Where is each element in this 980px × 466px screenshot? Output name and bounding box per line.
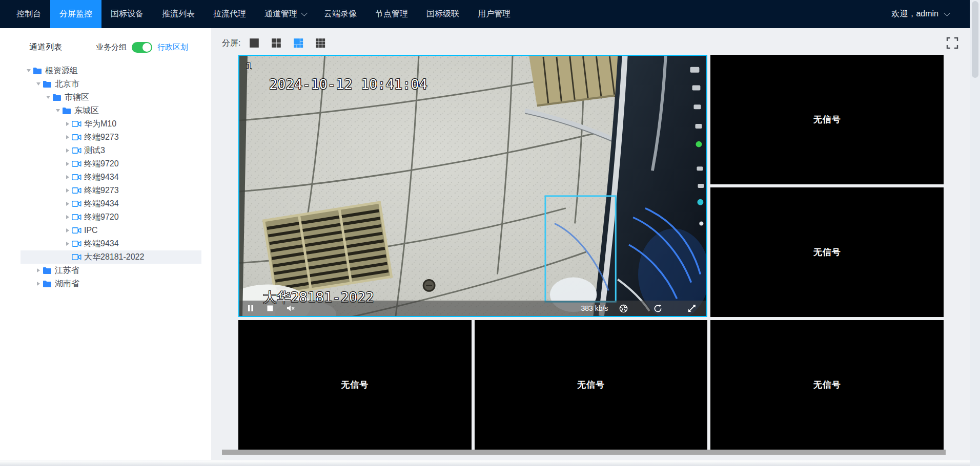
camera-icon — [72, 147, 83, 154]
nav-item-9[interactable]: 用户管理 — [468, 0, 520, 28]
toggle-knob — [142, 43, 151, 52]
split-4-button[interactable] — [271, 37, 282, 49]
nav-item-5[interactable]: 通道管理 — [255, 0, 315, 28]
page-vertical-scrollbar[interactable] — [970, 0, 980, 466]
tree-node-label: 终端9273 — [84, 185, 119, 196]
video-wall: 1 2024-10-12 10:41:04 大华28181-2022 383 k… — [238, 55, 944, 450]
caret-down-icon[interactable] — [25, 69, 33, 72]
caret-down-icon[interactable] — [34, 82, 43, 86]
caret-right-icon[interactable] — [64, 175, 72, 179]
folder-icon — [52, 94, 64, 101]
nav-item-label: 控制台 — [16, 9, 41, 19]
camera-icon — [72, 120, 83, 128]
user-greeting: 欢迎，admin — [891, 9, 938, 19]
tree-node-folder-16[interactable]: 湖南省 — [21, 277, 201, 290]
group-mode-toggle[interactable] — [132, 42, 152, 53]
tree-node-folder-1[interactable]: 北京市 — [21, 77, 201, 91]
tree-node-label: 市辖区 — [65, 92, 89, 103]
tree-node-channel-13[interactable]: 终端9434 — [21, 237, 201, 250]
wall-fullscreen-button[interactable] — [946, 36, 960, 51]
video-cell-4[interactable]: 无信号 — [238, 320, 472, 450]
caret-right-icon[interactable] — [64, 202, 72, 206]
tree-node-folder-2[interactable]: 市辖区 — [21, 91, 201, 104]
nav-item-4[interactable]: 拉流代理 — [204, 0, 255, 28]
tree-node-folder-0[interactable]: 根资源组 — [21, 64, 201, 77]
camera-icon — [72, 227, 83, 234]
video-cell-5[interactable]: 无信号 — [475, 320, 708, 450]
tree-node-label: 华为M10 — [84, 119, 116, 130]
channel-sidebar: 通道列表 业务分组 行政区划 根资源组北京市市辖区东城区华为M10终端9273测… — [0, 28, 211, 460]
tree-node-folder-3[interactable]: 东城区 — [21, 104, 201, 117]
nav-item-2[interactable]: 国标设备 — [101, 0, 153, 28]
caret-right-icon[interactable] — [64, 135, 72, 139]
caret-down-icon[interactable] — [54, 109, 62, 112]
snapshot-aperture-icon[interactable] — [619, 304, 628, 313]
camera-icon — [72, 200, 83, 207]
sidebar-header: 通道列表 业务分组 行政区划 — [0, 28, 211, 53]
split-9-button[interactable] — [315, 37, 326, 49]
caret-right-icon[interactable] — [64, 188, 72, 193]
page-horizontal-scrollbar[interactable] — [0, 460, 980, 466]
admin-division-label[interactable]: 行政区划 — [157, 43, 188, 52]
nav-item-8[interactable]: 国标级联 — [417, 0, 468, 28]
tree-node-channel-10[interactable]: 终端9434 — [21, 197, 201, 210]
caret-down-icon[interactable] — [44, 96, 52, 99]
nav-item-0[interactable]: 控制台 — [7, 0, 50, 28]
stop-icon[interactable] — [267, 305, 273, 311]
player-right-icons — [619, 304, 696, 313]
split-toolbar: 分屏: — [222, 37, 337, 49]
tree-node-channel-14[interactable]: 大华28181-2022 — [21, 250, 201, 264]
no-signal-label: 无信号 — [341, 379, 369, 391]
split-6-button-active[interactable] — [293, 37, 304, 49]
no-signal-label: 无信号 — [813, 246, 841, 258]
pause-icon[interactable] — [248, 305, 254, 312]
nav-item-3[interactable]: 推流列表 — [153, 0, 204, 28]
nav-item-7[interactable]: 节点管理 — [366, 0, 417, 28]
channel-tree: 根资源组北京市市辖区东城区华为M10终端9273测试3终端9720终端9434终… — [0, 64, 211, 290]
wall-horizontal-scrollbar[interactable] — [222, 450, 946, 455]
tree-node-channel-9[interactable]: 终端9273 — [21, 184, 201, 197]
split-1-button[interactable] — [249, 37, 260, 49]
mute-icon[interactable] — [287, 305, 295, 312]
caret-right-icon[interactable] — [64, 162, 72, 166]
video-cell-1-live[interactable]: 1 2024-10-12 10:41:04 大华28181-2022 383 k… — [238, 55, 707, 317]
folder-icon — [43, 267, 54, 274]
tree-node-label: 终端9273 — [84, 132, 119, 143]
caret-right-icon[interactable] — [34, 268, 43, 272]
refresh-icon[interactable] — [654, 304, 662, 313]
video-cell-3[interactable]: 无信号 — [710, 187, 944, 317]
scrollbar-thumb[interactable] — [972, 1, 978, 78]
caret-right-icon[interactable] — [64, 122, 72, 126]
no-signal-label: 无信号 — [813, 379, 841, 391]
tree-node-label: 终端9434 — [84, 239, 119, 249]
chevron-down-icon — [944, 10, 950, 16]
nav-item-6[interactable]: 云端录像 — [315, 0, 366, 28]
caret-right-icon[interactable] — [64, 215, 72, 219]
tree-node-channel-8[interactable]: 终端9434 — [21, 171, 201, 184]
caret-right-icon[interactable] — [64, 149, 72, 153]
tree-node-label: 终端9434 — [84, 199, 119, 209]
caret-right-icon[interactable] — [64, 242, 72, 246]
tree-node-channel-4[interactable]: 华为M10 — [21, 117, 201, 131]
camera-icon — [72, 253, 83, 261]
tree-node-channel-6[interactable]: 测试3 — [21, 144, 201, 157]
camera-icon — [72, 174, 83, 181]
nav-item-1[interactable]: 分屏监控 — [50, 0, 101, 28]
user-menu[interactable]: 欢迎，admin — [891, 0, 970, 28]
tree-node-folder-15[interactable]: 江苏省 — [21, 264, 201, 277]
caret-right-icon[interactable] — [34, 282, 43, 286]
tree-node-channel-11[interactable]: 终端9720 — [21, 210, 201, 224]
tree-node-channel-5[interactable]: 终端9273 — [21, 131, 201, 144]
nav-item-label: 节点管理 — [375, 9, 408, 19]
tree-node-label: 湖南省 — [55, 279, 79, 289]
video-cell-2[interactable]: 无信号 — [710, 55, 944, 184]
tree-node-label: 根资源组 — [45, 66, 78, 76]
video-cell-6[interactable]: 无信号 — [710, 320, 944, 450]
osd-timestamp: 2024-10-12 10:41:04 — [269, 76, 427, 92]
camera-icon — [72, 134, 83, 141]
cell-fullscreen-icon[interactable] — [688, 304, 696, 312]
caret-right-icon[interactable] — [64, 228, 72, 232]
tree-node-channel-7[interactable]: 终端9720 — [21, 157, 201, 171]
bitrate-label: 383 kb/s — [581, 304, 608, 312]
tree-node-channel-12[interactable]: IPC — [21, 224, 201, 237]
